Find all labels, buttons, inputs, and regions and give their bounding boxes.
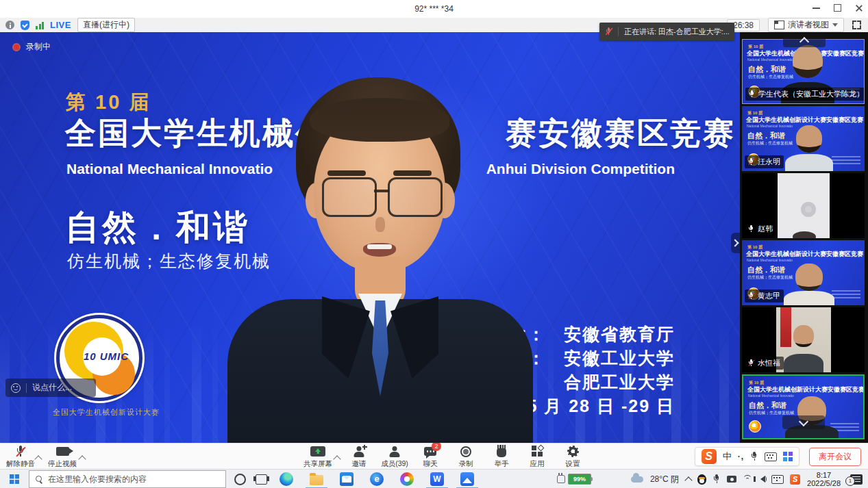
chevron-up-icon (799, 37, 808, 47)
ime-toolbox-icon[interactable] (783, 452, 793, 461)
taskbar-app-wps[interactable]: W (422, 470, 452, 488)
cortana-icon[interactable] (234, 474, 246, 485)
info-icon[interactable] (5, 21, 14, 29)
invite-icon (354, 446, 365, 457)
event-dates: 5 月 28 日 -29 日 (527, 394, 675, 418)
participant-tile[interactable]: 赵韩 (742, 173, 865, 238)
leave-meeting-button[interactable]: 离开会议 (809, 448, 861, 466)
participant-tile-active[interactable]: 第 10 届全国大学生机械创新设计大赛安徽赛区竞赛 National Mecha… (742, 374, 865, 439)
task-view-icon[interactable] (256, 474, 267, 485)
tray-chevron-icon[interactable] (684, 476, 692, 484)
apps-icon (532, 446, 543, 457)
weather-text[interactable]: 28°C 阴 (650, 474, 679, 485)
layout-icon (774, 21, 784, 29)
participant-tile[interactable]: 第 10 届全国大学生机械创新设计大赛安徽赛区竞赛 National Mecha… (742, 106, 865, 171)
members-icon (389, 446, 401, 457)
start-button[interactable] (0, 470, 29, 488)
search-icon (36, 476, 42, 483)
org-line3: 合肥工业大学 (564, 370, 675, 394)
qq-icon[interactable] (697, 474, 706, 485)
fullscreen-icon[interactable] (852, 21, 861, 29)
share-screen-icon (310, 446, 325, 457)
participant-label: 黄志甲 (745, 290, 784, 303)
unmute-button[interactable]: 解除静音 (3, 444, 38, 470)
chevron-down-icon (798, 416, 808, 426)
ime-voice-icon[interactable] (750, 452, 758, 461)
minimize-icon[interactable] (813, 8, 820, 9)
raise-hand-icon (497, 448, 506, 457)
browser-e-icon: e (370, 472, 384, 486)
battery-percent: 99% (568, 474, 591, 485)
participant-tile[interactable]: 第 10 届全国大学生机械创新设计大赛安徽赛区竞赛 National Mecha… (742, 240, 865, 305)
notification-center-icon[interactable]: 1 (850, 474, 863, 485)
taskbar-app-explorer[interactable] (301, 470, 332, 488)
participant-tile[interactable]: 水恒福 (742, 307, 865, 372)
participant-label: 汪永明 (745, 155, 784, 168)
chat-button[interactable]: 2 聊天 (412, 444, 448, 470)
recording-label: 录制中 (26, 41, 51, 53)
tray-sogou-icon[interactable]: S (790, 474, 800, 485)
session-number: 第 10 届 (66, 89, 151, 116)
settings-button[interactable]: 设置 (555, 444, 591, 470)
shield-icon[interactable] (21, 21, 29, 30)
stop-video-button[interactable]: 停止视频 (42, 444, 82, 470)
participant-label: 学生代表（安徽工业大学陈龙） (745, 88, 865, 101)
speaker-video (219, 73, 541, 443)
apps-button[interactable]: 应用 (519, 444, 555, 470)
ime-punctuation-toggle[interactable]: ·, (738, 452, 744, 461)
mail-icon (340, 472, 354, 486)
wifi-icon[interactable] (743, 475, 752, 483)
restore-icon[interactable] (834, 4, 841, 12)
ime-toolbar[interactable]: S 中 ·, (695, 447, 799, 466)
record-button[interactable]: 录制 (448, 444, 484, 470)
participant-label: 水恒福 (745, 357, 784, 370)
emoji-icon[interactable] (11, 383, 21, 393)
invite-button[interactable]: 邀请 (341, 444, 377, 470)
meeting-window: 92* *** *34 LIVE 直播(进行中) 26:38 演讲者视图 (0, 0, 868, 488)
members-button[interactable]: 成员(39) (377, 444, 412, 470)
chat-input-bubble[interactable]: 说点什么... (5, 378, 96, 397)
sidebar-collapse-handle[interactable] (731, 233, 740, 253)
network-signal-icon[interactable] (36, 21, 44, 29)
scroll-up-button[interactable] (783, 34, 826, 47)
tray-mic-icon[interactable] (712, 474, 721, 484)
record-dot-icon (12, 43, 21, 51)
title-bar: 92* *** *34 (0, 0, 868, 18)
clock-date: 2022/5/28 (807, 479, 841, 488)
share-screen-button[interactable]: 共享屏幕 (299, 444, 337, 470)
scroll-down-button[interactable] (782, 415, 825, 429)
volume-icon[interactable] (760, 476, 765, 483)
live-status[interactable]: 直播(进行中) (77, 18, 135, 32)
gear-icon (567, 446, 579, 457)
folder-icon (310, 475, 323, 485)
notification-badge: 1 (845, 476, 855, 486)
taskbar-app-colorful[interactable] (392, 470, 422, 488)
main-video-stage: 录制中 第 10 届 全国大学生机械创 赛安徽赛区竞赛 National Mec… (0, 32, 740, 443)
live-badge: LIVE (50, 20, 71, 30)
clock-time: 8:17 (807, 471, 841, 480)
taskbar-app-browser[interactable]: e (362, 470, 392, 488)
ime-lang-toggle[interactable]: 中 (723, 450, 732, 463)
recording-indicator: 录制中 (12, 41, 51, 53)
taskbar-app-meeting[interactable] (452, 470, 482, 488)
view-mode-button[interactable]: 演讲者视图 (768, 18, 844, 32)
chat-placeholder: 说点什么... (32, 382, 72, 394)
close-icon[interactable] (855, 4, 863, 12)
rainbow-browser-icon (400, 472, 414, 486)
ime-keyboard-icon[interactable] (765, 452, 777, 461)
raise-hand-button[interactable]: 举手 (484, 444, 519, 470)
tray-camera-icon[interactable] (727, 476, 736, 483)
org-line2: 安徽工业大学 (564, 346, 675, 370)
tray-keyboard-icon[interactable] (771, 475, 784, 484)
taskbar-search-input[interactable]: 在这里输入你要搜索的内容 (29, 470, 226, 488)
sogou-logo-icon[interactable]: S (702, 449, 717, 464)
taskbar-app-mail[interactable] (332, 470, 362, 488)
battery-indicator[interactable]: 99% (557, 474, 591, 485)
taskbar-clock[interactable]: 8:17 2022/5/28 (807, 471, 841, 488)
weather-cloud-icon[interactable] (631, 476, 643, 483)
taskbar-app-edge[interactable] (271, 470, 301, 488)
system-tray: S (686, 474, 800, 485)
meeting-app-icon (460, 472, 474, 486)
participant-tile[interactable]: 第 10 届全国大学生机械创新设计大赛安徽赛区竞赛 National Mecha… (742, 39, 865, 104)
power-plug-icon (557, 475, 565, 483)
